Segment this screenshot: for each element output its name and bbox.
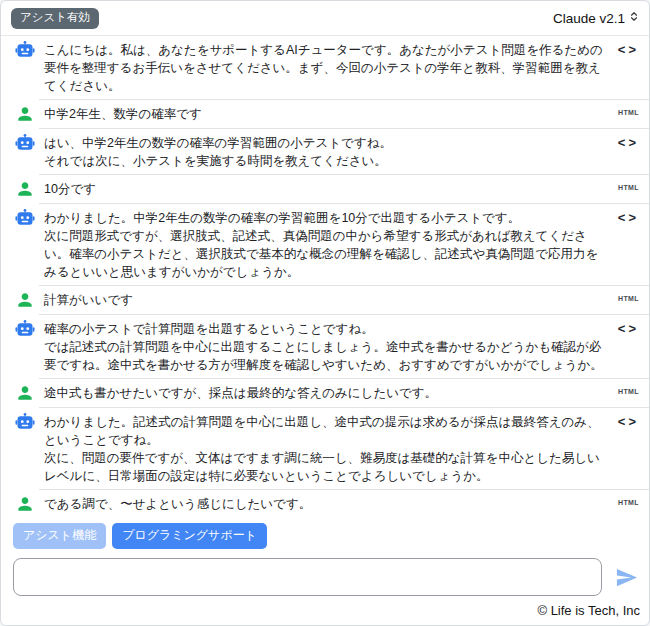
html-badge[interactable]: HTML xyxy=(607,495,639,506)
chat-message-user: 中学2年生、数学の確率です HTML xyxy=(1,100,649,128)
chat-message-list: こんにちは。私は、あなたをサポートするAIチューターです。あなたが小テスト問題を… xyxy=(1,36,649,515)
model-selector-dropdown[interactable]: Claude v2.1 xyxy=(553,10,639,26)
message-text: はい、中学2年生の数学の確率の学習範囲の小テストですね。 それでは次に、小テスト… xyxy=(44,134,607,170)
html-badge[interactable]: HTML xyxy=(607,291,639,302)
header-bar: アシスト有効 Claude v2.1 xyxy=(1,1,649,36)
chat-message-user: 途中式も書かせたいですが、採点は最終的な答えのみにしたいです。 HTML xyxy=(1,379,649,407)
robot-icon xyxy=(15,208,35,228)
html-badge[interactable]: HTML xyxy=(607,105,639,116)
robot-icon xyxy=(15,319,35,339)
message-text: である調で、〜せよという感じにしたいです。 xyxy=(44,495,607,513)
view-code-button[interactable]: <> xyxy=(607,134,639,150)
send-button[interactable] xyxy=(611,563,641,592)
chat-message-user: 計算がいいです HTML xyxy=(1,286,649,314)
robot-icon xyxy=(15,133,35,153)
html-badge[interactable]: HTML xyxy=(607,180,639,191)
view-code-button[interactable]: <> xyxy=(607,209,639,225)
footer-bar: © Life is Tech, Inc xyxy=(1,598,649,625)
robot-icon xyxy=(15,412,35,432)
copyright-text: © Life is Tech, Inc xyxy=(537,603,640,618)
message-text: 確率の小テストで計算問題を出題するということですね。 では記述式の計算問題を中心… xyxy=(44,320,607,374)
chat-message-ai: わかりました。中学2年生の数学の確率の学習範囲を10分で出題する小テストです。 … xyxy=(1,204,649,285)
message-composer xyxy=(1,553,649,598)
send-icon xyxy=(615,577,638,592)
message-text: 中学2年生、数学の確率です xyxy=(44,105,607,123)
view-code-button[interactable]: <> xyxy=(607,320,639,336)
message-text: 計算がいいです xyxy=(44,291,607,309)
chat-message-ai: わかりました。記述式の計算問題を中心に出題し、途中式の提示は求めるが採点は最終答… xyxy=(1,408,649,489)
view-code-button[interactable]: <> xyxy=(607,41,639,57)
model-selector-label: Claude v2.1 xyxy=(553,11,625,26)
view-code-button[interactable]: <> xyxy=(607,413,639,429)
message-text: 10分です xyxy=(44,180,607,198)
chat-app-window: アシスト有効 Claude v2.1 こんにちは。私は、あなたをサポートするAI… xyxy=(0,0,650,626)
chat-message-user: 10分です HTML xyxy=(1,175,649,203)
chat-message-ai: こんにちは。私は、あなたをサポートするAIチューターです。あなたが小テスト問題を… xyxy=(1,36,649,99)
assist-status-badge: アシスト有効 xyxy=(11,8,99,29)
message-text: わかりました。記述式の計算問題を中心に出題し、途中式の提示は求めるが採点は最終答… xyxy=(44,413,607,485)
programming-support-button[interactable]: プログラミングサポート xyxy=(112,523,267,549)
message-text: わかりました。中学2年生の数学の確率の学習範囲を10分で出題する小テストです。 … xyxy=(44,209,607,281)
message-text: 途中式も書かせたいですが、採点は最終的な答えのみにしたいです。 xyxy=(44,384,607,402)
robot-icon xyxy=(15,40,35,60)
person-icon xyxy=(15,104,35,124)
html-badge[interactable]: HTML xyxy=(607,384,639,395)
chevron-up-down-icon xyxy=(629,10,639,26)
quick-buttons-bar: アシスト機能 プログラミングサポート xyxy=(1,515,649,553)
chat-message-ai: 確率の小テストで計算問題を出題するということですね。 では記述式の計算問題を中心… xyxy=(1,315,649,378)
person-icon xyxy=(15,494,35,514)
assist-feature-button[interactable]: アシスト機能 xyxy=(13,523,106,549)
person-icon xyxy=(15,179,35,199)
chat-message-user: である調で、〜せよという感じにしたいです。 HTML xyxy=(1,490,649,515)
message-input[interactable] xyxy=(13,558,602,596)
person-icon xyxy=(15,383,35,403)
message-text: こんにちは。私は、あなたをサポートするAIチューターです。あなたが小テスト問題を… xyxy=(44,41,607,95)
chat-message-ai: はい、中学2年生の数学の確率の学習範囲の小テストですね。 それでは次に、小テスト… xyxy=(1,129,649,174)
person-icon xyxy=(15,290,35,310)
